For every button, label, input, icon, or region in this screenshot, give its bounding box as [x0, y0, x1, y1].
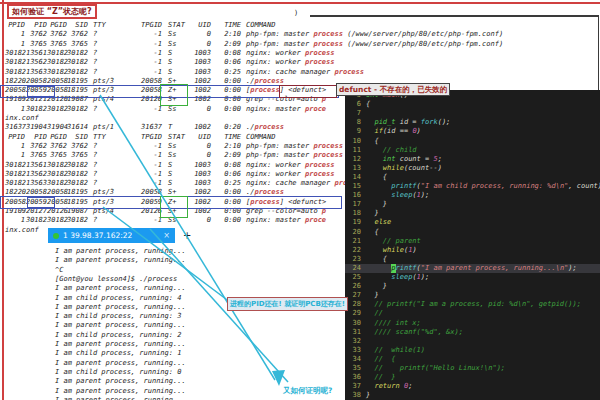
code-line: 16 sleep(1); — [345, 191, 600, 200]
truncated-text-fragment: ) — [294, 9, 298, 17]
terminal-line: I am parent process, running... — [55, 284, 186, 293]
ssh-tab-title: 1 39.98.37.162:22 — [63, 231, 132, 240]
code-line: 31 //// scanf("%d", &x); — [345, 328, 600, 337]
ps-row: 1301823018230182?-1Ss00:00nginx: master … — [5, 105, 326, 114]
code-line: 21 // parent — [345, 237, 600, 246]
ps-stopped-row: 31637319043190431614pts/131637T10020:20.… — [5, 123, 284, 132]
ps-row: 30182135613018230182?-1S10030:08nginx: w… — [5, 161, 335, 170]
code-line: 28 // printf("I am a process, pid: %d\n"… — [345, 300, 600, 309]
code-line: 8 pid_t id = fork(); — [345, 118, 600, 127]
code-line: 15 printf("I am child process, running: … — [345, 182, 600, 191]
code-line: 29 // — [345, 309, 600, 318]
ps-row: 30182135613018230182?-1S10030:08nginx: w… — [5, 49, 335, 58]
terminal-line: I am parent process, running... — [55, 321, 186, 330]
code-line: 19 else — [345, 218, 600, 227]
defunct-meaning-note: defunct - 不存在的，已失效的 — [336, 83, 450, 96]
code-line: 37 return 0; — [345, 382, 600, 391]
code-line: 30 //// int x; — [345, 319, 600, 328]
terminal-line: I am parent process, running... — [55, 256, 186, 265]
ps-row: 20058200592005818195pts/320058Z+10020:00… — [5, 86, 326, 95]
ps-row: 1301823018230182?-1Ss00:00nginx: master … — [5, 216, 326, 225]
code-line: 18 } — [345, 209, 600, 218]
ps-row: 19109201272012619087pts/420126S+10020:00… — [5, 207, 326, 216]
code-line: 26 } — [345, 282, 600, 291]
code-line: 35 // printf("Hello Linux!\n"); — [345, 364, 600, 373]
code-line: 7 — [345, 109, 600, 118]
terminal-line: I am parent process, running... — [55, 247, 186, 256]
terminal-line: I am child process, running: 2 — [55, 331, 181, 340]
terminal-line: I am child process, running: 4 — [55, 294, 181, 303]
code-line: 12 int count = 5; — [345, 155, 600, 164]
ps-row: 30182135633018230182?-1S10030:25nginx: c… — [5, 179, 364, 188]
ps-row: 1376237623762?-1Ss02:10php-fpm: master p… — [5, 30, 503, 39]
code-line: 6{ — [345, 100, 600, 109]
code-line: 22 while(1) — [345, 246, 600, 255]
terminal-line: I am parent process, running... — [55, 396, 186, 400]
ssh-session-tab[interactable]: 1 39.98.37.162:22 × — [48, 228, 175, 243]
terminal-border-right — [598, 15, 600, 91]
screenshot-canvas: 如何验证 “Z”状态呢? ) PPIDPIDPGIDSIDTTYTPGIDSTA… — [0, 0, 600, 400]
pid-pcb-note: 进程的PID还在! 就证明PCB还存在! — [227, 297, 348, 311]
terminal-line: I am child process, running: 0 — [55, 368, 181, 377]
terminal-line: I am parent process, running... — [55, 387, 186, 396]
code-line: 13 while(count--) — [345, 164, 600, 173]
connection-status-dot — [53, 233, 59, 239]
code-line: 20 { — [345, 228, 600, 237]
how-to-prove-note: 又如何证明呢? — [283, 386, 332, 396]
close-tab-icon[interactable]: × — [163, 231, 170, 240]
ps-row: 20058200592005818195pts/320059Z+10020:00… — [5, 198, 326, 207]
terminal-line: I am parent process, running... — [55, 377, 186, 386]
code-line: 9 if(id == 0) — [345, 127, 600, 136]
frame-line-left — [2, 0, 4, 400]
ps-row: 19109201212012019087pts/420120S+10020:00… — [5, 95, 326, 104]
ps-header-row: PPIDPIDPGIDSIDTTYTPGIDSTATUIDTIMECOMMAND — [5, 133, 281, 142]
new-tab-icon[interactable]: + — [183, 229, 191, 242]
terminal-line: I am parent process, running... — [55, 303, 186, 312]
code-line: 23 { — [345, 255, 600, 264]
arrowhead-icon — [272, 370, 285, 386]
ps-row: 18220200582005818195pts/320058S+10020:00… — [5, 188, 284, 197]
ps-row: 30182135633018230182?-1S10030:25nginx: c… — [5, 68, 364, 77]
ps-row: 30182135623018230182?-1S10030:06nginx: w… — [5, 58, 335, 67]
code-line: 33 // while(1) — [345, 346, 600, 355]
code-line: 32 — [345, 337, 600, 346]
code-line: 10 { — [345, 137, 600, 146]
terminal-line: [Gont@you lesson4]$ ./process — [55, 275, 177, 284]
question-title: 如何验证 “Z”状态呢? — [7, 4, 97, 19]
code-line: 27 } — [345, 291, 600, 300]
wrapped-command-tail: inx.conf — [5, 114, 39, 123]
terminal-line: I am parent process, running... — [55, 359, 186, 368]
ps-row: 1376537653765?-1Ss02:09php-fpm: master p… — [5, 40, 503, 49]
terminal-line: I am parent process, running... — [55, 340, 186, 349]
ps-row: 30182135623018230182?-1S10030:06nginx: w… — [5, 170, 335, 179]
ps-header-row: PPIDPIDPGIDSIDTTYTPGIDSTATUIDTIMECOMMAND — [5, 21, 281, 30]
terminal-border-top — [310, 15, 599, 17]
code-line: 24 printf("I am parent process, running.… — [345, 264, 600, 273]
ps-row: 18220200582005818195pts/320058S+10020:00… — [5, 77, 284, 86]
code-line: 38} — [345, 391, 600, 400]
code-line: 36 // } — [345, 373, 600, 382]
code-line: 17 } — [345, 200, 600, 209]
code-line: 11 // child — [345, 146, 600, 155]
wrapped-command-tail: inx.conf — [5, 226, 39, 235]
code-editor[interactable]: 5int main()6{78 pid_t id = fork();9 if(i… — [345, 90, 600, 400]
code-line: 14 { — [345, 173, 600, 182]
terminal-line: ^C — [55, 266, 63, 275]
terminal-line: I am child process, running: 1 — [55, 349, 181, 358]
code-line: 25 sleep(1); — [345, 273, 600, 282]
code-line: 34 // { — [345, 355, 600, 364]
terminal-line: I am child process, running: 3 — [55, 312, 181, 321]
